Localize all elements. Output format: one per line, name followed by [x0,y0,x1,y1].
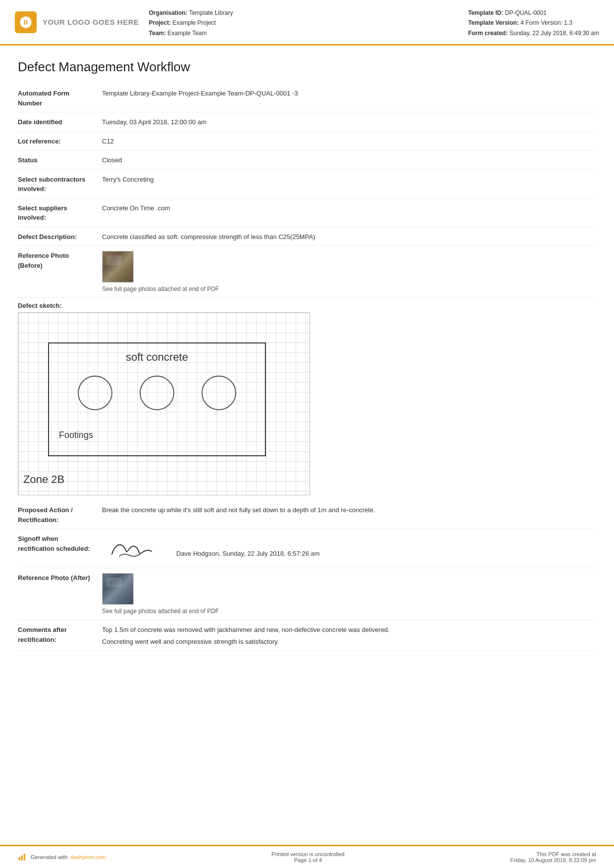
proposed-action-label: Proposed Action / Rectification: [18,504,102,525]
sketch-canvas: soft concrete Footings Zone 2B [18,312,310,495]
select-subcontractors-value: Terry's Concreting [102,174,596,185]
field-status: Status Closed [18,150,596,170]
footer-pdf-created-text: This PDF was created at [511,851,596,857]
defect-description-label: Defect Description: [18,231,102,242]
defect-sketch-label: Defect sketch: [18,302,596,309]
footer: Generated with dashpivot.com Printed ver… [0,845,614,868]
template-id-line: Template ID: DP-QUAL-0001 [468,8,599,18]
field-reference-photo-before: Reference Photo (Before) See full page p… [18,246,596,298]
field-select-suppliers: Select suppliers involved: Concrete On T… [18,198,596,227]
comments-value: Top 1.5m of concrete was removed with ja… [102,624,596,646]
signoff-label: Signoff when rectification scheduled: [18,533,102,553]
comments-value-2: Concreting went well and compressive str… [102,637,596,647]
photo-before-thumbnail [102,251,134,283]
automated-form-number-label: Automated Form Number [18,88,102,108]
content: Defect Management Workflow Automated For… [0,46,614,845]
header: YOUR LOGO GOES HERE Organisation: Templa… [0,0,614,46]
comments-value-1: Top 1.5m of concrete was removed with ja… [102,625,596,635]
footer-center: Printed version is uncontrolled Page 1 o… [271,851,344,863]
form-version-value: 1.3 [564,19,572,26]
comments-label: Comments after rectification: [18,624,102,644]
sketch-circle-1 [78,376,112,410]
form-created-line: Form created: Sunday, 22 July 2018, 6:49… [468,28,599,38]
template-version-value: 4 [520,19,524,26]
photo-before-caption: See full page photos attached at end of … [102,285,596,293]
sketch-footings-text: Footings [59,430,93,440]
team-line: Team: Example Team [149,28,233,38]
field-automated-form-number: Automated Form Number Template Library-E… [18,84,596,112]
project-line: Project: Example Project [149,18,233,28]
sketch-soft-concrete-text: soft concrete [49,351,265,364]
footer-uncontrolled-text: Printed version is uncontrolled [271,851,344,857]
template-id-label: Template ID: [468,9,503,16]
field-defect-description: Defect Description: Concrete classified … [18,227,596,246]
select-suppliers-label: Select suppliers involved: [18,202,102,223]
page: YOUR LOGO GOES HERE Organisation: Templa… [0,0,614,868]
header-meta-right: Template ID: DP-QUAL-0001 Template Versi… [468,8,599,38]
team-value: Example Team [167,30,206,37]
field-reference-photo-after: Reference Photo (After) See full page ph… [18,568,596,620]
footer-logo-icon [18,852,28,862]
status-value: Closed [102,154,596,165]
field-signoff: Signoff when rectification scheduled: Da… [18,529,596,568]
logo-icon [15,11,37,33]
signature-image [102,534,161,564]
field-date-identified: Date identified Tuesday, 03 April 2018, … [18,112,596,132]
svg-rect-1 [21,856,23,861]
field-select-subcontractors: Select subcontractors involved: Terry's … [18,170,596,198]
field-proposed-action: Proposed Action / Rectification: Break t… [18,500,596,529]
photo-before-image [102,251,134,283]
sketch-content: soft concrete Footings Zone 2B [18,313,309,495]
template-version-line: Template Version: 4 Form Version: 1.3 [468,18,599,28]
reference-photo-before-value: See full page photos attached at end of … [102,250,596,293]
proposed-action-value: Break the concrete up while it's still s… [102,504,596,515]
reference-photo-after-label: Reference Photo (After) [18,572,102,583]
signoff-person: Dave Hodgson, Sunday, 22 July 2018, 6:57… [176,534,320,559]
date-identified-label: Date identified [18,116,102,127]
sketch-zone-text: Zone 2B [23,473,64,486]
org-value: Template Library [189,9,233,16]
sketch-circle-3 [202,376,236,410]
sketch-circle-2 [140,376,174,410]
select-suppliers-value: Concrete On Time .com [102,202,596,213]
footer-left: Generated with dashpivot.com [18,852,106,862]
select-subcontractors-label: Select subcontractors involved: [18,174,102,194]
reference-photo-before-label: Reference Photo (Before) [18,250,102,270]
defect-description-value: Concrete classified as soft: compressive… [102,231,596,242]
form-created-label: Form created: [468,30,508,37]
sketch-circles-row [49,376,265,410]
project-value: Example Project [173,19,216,26]
defect-sketch-section: Defect sketch: soft concrete Footings [18,302,596,495]
header-meta: Organisation: Template Library Project: … [149,6,599,38]
footer-page-text: Page 1 of 4 [271,857,344,863]
signoff-value: Dave Hodgson, Sunday, 22 July 2018, 6:57… [102,533,596,564]
footer-dashpivot-link[interactable]: dashpivot.com [71,854,106,860]
photo-after-image [102,574,134,605]
reference-photo-after-value: See full page photos attached at end of … [102,572,596,616]
photo-after-caption: See full page photos attached at end of … [102,607,596,616]
org-line: Organisation: Template Library [149,8,233,18]
document-title: Defect Management Workflow [18,59,596,75]
date-identified-value: Tuesday, 03 April 2018, 12:00:00 am [102,116,596,127]
form-created-value: Sunday, 22 July 2018, 6:49:30 am [510,30,599,37]
form-version-label: Form Version: [525,19,563,26]
header-meta-left: Organisation: Template Library Project: … [149,8,233,38]
template-id-value: DP-QUAL-0001 [505,9,547,16]
automated-form-number-value: Template Library-Example Project-Example… [102,88,596,98]
org-label: Organisation: [149,9,188,16]
svg-rect-2 [24,854,25,860]
footer-right: This PDF was created at Friday, 10 Augus… [511,851,596,863]
project-label: Project: [149,19,171,26]
footer-pdf-created-date: Friday, 10 August 2018, 8:22:09 pm [511,857,596,863]
lot-reference-value: C12 [102,136,596,146]
signature-svg [104,535,159,563]
template-version-label: Template Version: [468,19,518,26]
footer-generated-text: Generated with [31,854,68,860]
field-lot-reference: Lot reference: C12 [18,132,596,151]
logo-area: YOUR LOGO GOES HERE [15,6,139,38]
svg-rect-0 [19,857,20,861]
logo-text: YOUR LOGO GOES HERE [43,18,139,26]
team-label: Team: [149,30,166,37]
logo-svg [19,15,33,29]
lot-reference-label: Lot reference: [18,136,102,146]
